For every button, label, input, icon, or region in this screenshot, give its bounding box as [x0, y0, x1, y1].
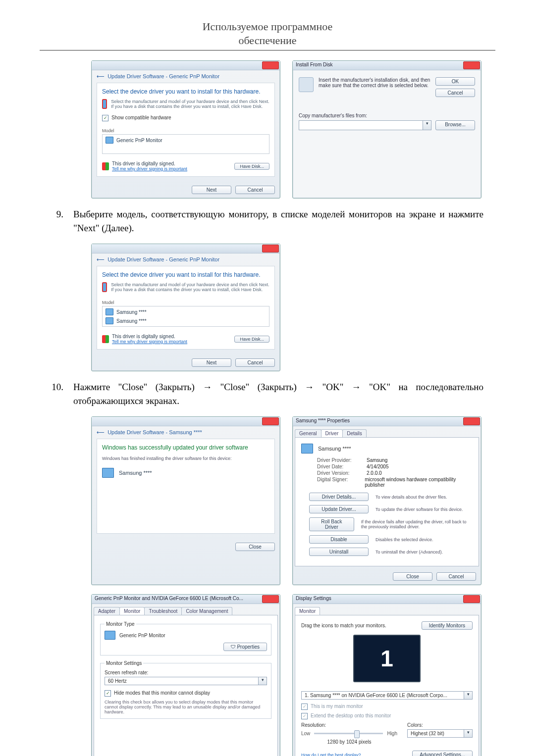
tab-driver[interactable]: Driver	[321, 429, 343, 437]
slider-high: High	[387, 731, 397, 736]
model-list[interactable]: Samsung **** Samsung ****	[102, 306, 269, 327]
slider-low: Low	[301, 731, 310, 736]
refresh-rate-select[interactable]: 60 Hertz	[105, 677, 259, 685]
have-disk-button[interactable]: Have Disk...	[234, 336, 269, 343]
checkbox[interactable]: ✓	[105, 690, 111, 697]
driver-details-button[interactable]: Driver Details...	[309, 493, 369, 501]
header-divider	[40, 50, 495, 50]
window-title: Generic PnP Monitor and NVIDIA GeForce 6…	[95, 596, 243, 601]
monitor-icon	[106, 308, 113, 315]
provider-value: Samsung	[367, 457, 387, 463]
roll-back-button[interactable]: Roll Back Driver	[309, 517, 354, 531]
titlebar: Install From Disk	[293, 61, 481, 70]
step-text: Выберите модель, соответствующую монитор…	[73, 207, 483, 235]
path-input[interactable]	[299, 120, 423, 130]
cancel-button[interactable]: Cancel	[235, 186, 275, 194]
update-driver-desc: To update the driver software for this d…	[375, 507, 463, 512]
close-icon[interactable]	[262, 61, 279, 69]
colors-select[interactable]: Highest (32 bit)	[407, 729, 464, 738]
dropdown-icon[interactable]: ▾	[259, 677, 267, 685]
version-label: Driver Version:	[317, 470, 362, 476]
best-display-link[interactable]: How do I get the best display?	[301, 753, 361, 756]
tab-color-management[interactable]: Color Management	[181, 607, 232, 615]
checkbox[interactable]: ✓	[102, 115, 108, 121]
list-item[interactable]: Samsung ****	[103, 316, 269, 325]
tab-monitor[interactable]: Monitor	[119, 607, 145, 615]
list-item[interactable]: Samsung ****	[103, 307, 269, 316]
window-display-settings: Display Settings Monitor Drag the icons …	[292, 594, 482, 756]
window-update-complete: ⟵ Update Driver Software - Samsung **** …	[91, 416, 280, 585]
drag-instruction: Drag the icons to match your monitors.	[301, 623, 386, 628]
properties-button[interactable]: 🛡 Properties	[223, 643, 267, 651]
floppy-icon	[299, 77, 314, 92]
breadcrumb: ⟵ Update Driver Software - Generic PnP M…	[97, 73, 219, 79]
date-value: 4/14/2005	[367, 464, 389, 469]
extend-desktop-label: Extend the desktop onto this monitor	[311, 713, 391, 718]
resolution-label: Resolution:	[301, 722, 397, 728]
close-icon[interactable]	[463, 417, 480, 425]
shield-icon	[102, 162, 109, 170]
disable-button[interactable]: Disable	[309, 535, 369, 544]
model-label: Model	[102, 300, 269, 305]
hide-modes-label: Hide modes that this monitor cannot disp…	[114, 690, 210, 696]
device-name: Samsung ****	[119, 470, 152, 476]
monitor-type-legend: Monitor Type	[105, 621, 136, 627]
tab-monitor[interactable]: Monitor	[295, 607, 320, 615]
titlebar: Generic PnP Monitor and NVIDIA GeForce 6…	[92, 595, 280, 604]
tab-adapter[interactable]: Adapter	[94, 607, 120, 615]
date-label: Driver Date:	[317, 464, 362, 469]
tab-general[interactable]: General	[295, 429, 321, 437]
window-title: Display Settings	[296, 596, 331, 601]
monitor-preview[interactable]: 1	[353, 635, 421, 682]
breadcrumb: ⟵ Update Driver Software - Samsung ****	[97, 429, 202, 435]
close-icon[interactable]	[262, 417, 279, 425]
monitor-icon	[106, 137, 113, 144]
provider-label: Driver Provider:	[317, 457, 362, 463]
close-button[interactable]: Close	[393, 572, 432, 581]
tab-details[interactable]: Details	[342, 429, 367, 437]
cancel-button[interactable]: Cancel	[435, 89, 475, 97]
slider-thumb[interactable]	[354, 730, 360, 738]
resolution-slider[interactable]: Low High	[301, 731, 397, 736]
cancel-button[interactable]: Cancel	[436, 572, 476, 581]
refresh-rate-label: Screen refresh rate:	[105, 670, 267, 675]
uninstall-button[interactable]: Uninstall	[309, 548, 369, 556]
advanced-settings-button[interactable]: Advanced Settings...	[412, 751, 473, 756]
signing-info-link[interactable]: Tell me why driver signing is important	[112, 339, 187, 344]
update-driver-button[interactable]: Update Driver...	[309, 505, 369, 513]
close-icon[interactable]	[262, 245, 279, 252]
close-icon[interactable]	[463, 61, 480, 69]
have-disk-button[interactable]: Have Disk...	[234, 163, 269, 170]
monitor-icon	[105, 631, 115, 640]
next-button[interactable]: Next	[192, 358, 231, 367]
install-instructions: Insert the manufacturer's installation d…	[319, 77, 430, 88]
ok-button[interactable]: OK	[435, 77, 475, 86]
close-button[interactable]: Close	[235, 543, 275, 551]
dropdown-icon[interactable]: ▾	[464, 691, 473, 700]
monitor-select[interactable]: 1. Samsung **** on NVIDIA GeForce 6600 L…	[301, 691, 464, 700]
titlebar: Display Settings	[293, 595, 481, 604]
close-icon[interactable]	[463, 595, 480, 603]
monitor-icon	[106, 317, 113, 324]
signed-text: This driver is digitally signed.	[112, 161, 187, 166]
window-driver-select-1: ⟵ Update Driver Software - Generic PnP M…	[91, 60, 280, 199]
dropdown-icon[interactable]: ▾	[423, 120, 431, 130]
browse-button[interactable]: Browse...	[435, 120, 475, 130]
dropdown-icon[interactable]: ▾	[464, 729, 473, 738]
device-name: Samsung ****	[318, 446, 351, 452]
disk-icon	[102, 99, 107, 109]
signed-text: This driver is digitally signed.	[112, 334, 187, 339]
signing-info-link[interactable]: Tell me why driver signing is important	[112, 166, 187, 171]
cancel-button[interactable]: Cancel	[235, 358, 275, 367]
model-list[interactable]: Generic PnP Monitor	[102, 134, 269, 154]
window-install-from-disk: Install From Disk Insert the manufacture…	[292, 60, 482, 199]
next-button[interactable]: Next	[192, 186, 231, 194]
step-10: 10. Нажмите "Close" (Закрыть) → "Close" …	[52, 380, 483, 407]
monitor-icon	[301, 444, 313, 454]
identify-monitors-button[interactable]: Identify Monitors	[422, 621, 473, 630]
tab-troubleshoot[interactable]: Troubleshoot	[144, 607, 182, 615]
list-item[interactable]: Generic PnP Monitor	[103, 136, 269, 145]
dialog-heading: Select the device driver you want to ins…	[102, 88, 269, 95]
copy-from-label: Copy manufacturer's files from:	[299, 113, 475, 118]
close-icon[interactable]	[262, 595, 279, 603]
